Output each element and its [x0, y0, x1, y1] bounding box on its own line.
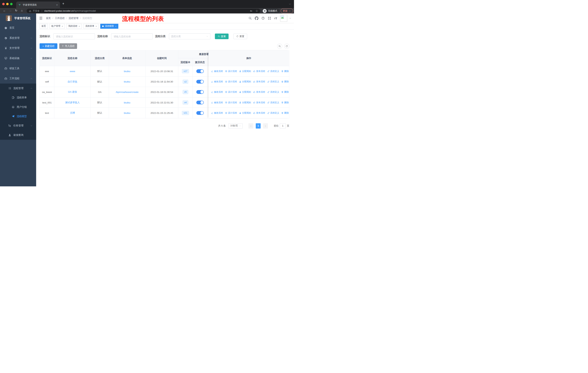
row-action-link[interactable]: 修改流程 — [211, 111, 223, 115]
row-action-link[interactable]: 流程定义 — [267, 91, 279, 94]
minimize-window-button[interactable] — [6, 3, 9, 5]
view-tag[interactable]: 我的流程 × — [66, 24, 82, 29]
sidebar-item[interactable]: 流程模型 — [0, 112, 36, 121]
tab-search-chevron-icon[interactable] — [289, 3, 291, 5]
row-action-link[interactable]: 流程定义 — [267, 80, 279, 83]
breadcrumb-item[interactable]: 流程管理 — [69, 17, 83, 20]
process-name-input[interactable] — [111, 33, 153, 39]
search-icon[interactable] — [248, 17, 252, 20]
cell-process-name-link[interactable]: OA 请假 — [54, 87, 91, 97]
row-action-link[interactable]: 分配规则 — [239, 111, 251, 115]
back-button[interactable]: ← — [3, 9, 6, 12]
sidebar-item[interactable]: 任务管理 — [0, 121, 36, 131]
password-key-icon[interactable] — [250, 10, 252, 12]
goto-page-input[interactable] — [280, 123, 286, 129]
breadcrumb-item[interactable]: 首页 — [46, 17, 55, 20]
browser-tab[interactable]: 芋道管理系统 × — [16, 1, 60, 8]
breadcrumb-item[interactable]: 工作流程 — [55, 17, 69, 20]
search-button[interactable]: 搜索 — [215, 33, 229, 39]
row-action-link[interactable]: 发布流程 — [253, 91, 265, 94]
view-tag[interactable]: 首页 × — [40, 24, 48, 29]
sidebar-item[interactable]: 首页 — [0, 23, 36, 33]
cell-form-link[interactable]: /bpm/oa/leave/create — [109, 87, 146, 97]
github-icon[interactable] — [255, 16, 258, 20]
row-action-link[interactable]: 分配规则 — [239, 70, 251, 73]
row-action-link[interactable]: 修改流程 — [211, 70, 223, 73]
avatar-caret-icon[interactable] — [289, 17, 291, 19]
row-action-link[interactable]: 修改流程 — [211, 101, 223, 104]
avatar[interactable] — [280, 15, 287, 22]
row-action-link[interactable]: 设计流程 — [225, 70, 237, 73]
active-toggle[interactable] — [196, 80, 204, 84]
active-toggle[interactable] — [196, 69, 204, 73]
row-action-link[interactable]: 流程定义 — [267, 101, 279, 104]
cell-form-link[interactable]: biubiu — [109, 97, 146, 108]
tab-close-icon[interactable]: × — [56, 3, 58, 6]
row-action-link[interactable]: 删除 — [281, 70, 289, 73]
row-action-link[interactable]: 发布流程 — [253, 111, 265, 115]
sidebar-item[interactable]: 工作流程 — [0, 73, 36, 84]
chrome-update-button[interactable]: 更新 ⋮ — [281, 8, 293, 13]
cell-process-name-link[interactable]: 自己审批 — [54, 77, 91, 87]
row-action-link[interactable]: 删除 — [281, 111, 289, 115]
fullscreen-icon[interactable] — [268, 17, 271, 20]
font-size-icon[interactable]: TT — [274, 17, 277, 20]
cell-form-link[interactable]: biubiu — [109, 66, 146, 76]
row-action-link[interactable]: 发布流程 — [253, 80, 265, 83]
cell-process-name-link[interactable]: 滔博 — [54, 108, 91, 118]
row-action-link[interactable]: 分配规则 — [239, 80, 251, 83]
maximize-window-button[interactable] — [10, 3, 13, 5]
sidebar-item[interactable]: 流程管理 — [0, 84, 36, 93]
row-action-link[interactable]: 删除 — [281, 91, 289, 94]
close-window-button[interactable] — [2, 3, 5, 5]
tag-close-icon[interactable]: × — [115, 25, 116, 27]
row-action-link[interactable]: 分配规则 — [239, 101, 251, 104]
prev-page-button[interactable]: ‹ — [248, 123, 253, 129]
row-action-link[interactable]: 修改流程 — [211, 80, 223, 83]
sidebar-item[interactable]: 支付管理 — [0, 43, 36, 53]
breadcrumb-item[interactable]: 流程模型 — [82, 17, 92, 20]
tag-close-icon[interactable]: × — [96, 25, 97, 27]
active-toggle[interactable] — [196, 90, 204, 94]
browser-menu-icon[interactable]: ⋮ — [289, 10, 291, 12]
refresh-table-button[interactable] — [284, 43, 289, 49]
process-category-select[interactable]: 流程分类 — [169, 33, 210, 39]
row-action-link[interactable]: 设计流程 — [225, 91, 237, 94]
tag-close-icon[interactable]: × — [79, 25, 80, 27]
app-logo[interactable]: 芋道管理系统 — [0, 13, 36, 23]
reload-button[interactable]: ↻ — [15, 9, 17, 12]
cell-process-name-link[interactable]: eeee — [54, 66, 91, 76]
view-tag[interactable]: 流程表单 × — [84, 24, 99, 29]
cell-process-name-link[interactable]: 测试多审批人 — [54, 97, 91, 108]
row-action-link[interactable]: 发布流程 — [253, 70, 265, 73]
row-action-link[interactable]: 设计流程 — [225, 101, 237, 104]
row-action-link[interactable]: 流程定义 — [267, 70, 279, 73]
sidebar-item[interactable]: 系统管理 — [0, 33, 36, 43]
sidebar-item[interactable]: 研发工具 — [0, 63, 36, 74]
sidebar-item[interactable]: 基础设施 — [0, 53, 36, 63]
create-process-button[interactable]: + 新建流程 — [40, 43, 57, 49]
next-page-button[interactable]: › — [263, 123, 268, 129]
row-action-link[interactable]: 删除 — [281, 101, 289, 104]
row-action-link[interactable]: 删除 — [281, 80, 289, 83]
sidebar-item[interactable]: 用户分组 — [0, 102, 36, 112]
sidebar-item[interactable]: 流程表单 — [0, 93, 36, 102]
sidebar-collapse-icon[interactable] — [39, 16, 43, 20]
active-toggle[interactable] — [196, 101, 204, 104]
cell-form-link[interactable]: biubiu — [109, 108, 146, 118]
current-page-button[interactable]: 1 — [256, 123, 261, 129]
new-tab-button[interactable]: + — [62, 2, 64, 6]
sidebar-item[interactable]: 请假查询 — [0, 131, 36, 140]
row-action-link[interactable]: 修改流程 — [211, 91, 223, 94]
active-toggle[interactable] — [196, 111, 204, 115]
forward-button[interactable]: → — [9, 9, 12, 12]
import-process-button[interactable]: 导入流程 — [59, 43, 77, 49]
home-button[interactable]: ⌂ — [21, 9, 23, 12]
process-id-input[interactable] — [53, 33, 95, 39]
page-size-select[interactable]: 10条/页 — [229, 123, 243, 129]
row-action-link[interactable]: 设计流程 — [225, 111, 237, 115]
row-action-link[interactable]: 分配规则 — [239, 91, 251, 94]
view-tag[interactable]: 流程模型 × — [100, 24, 118, 29]
row-action-link[interactable]: 设计流程 — [225, 80, 237, 83]
help-icon[interactable] — [261, 17, 265, 20]
